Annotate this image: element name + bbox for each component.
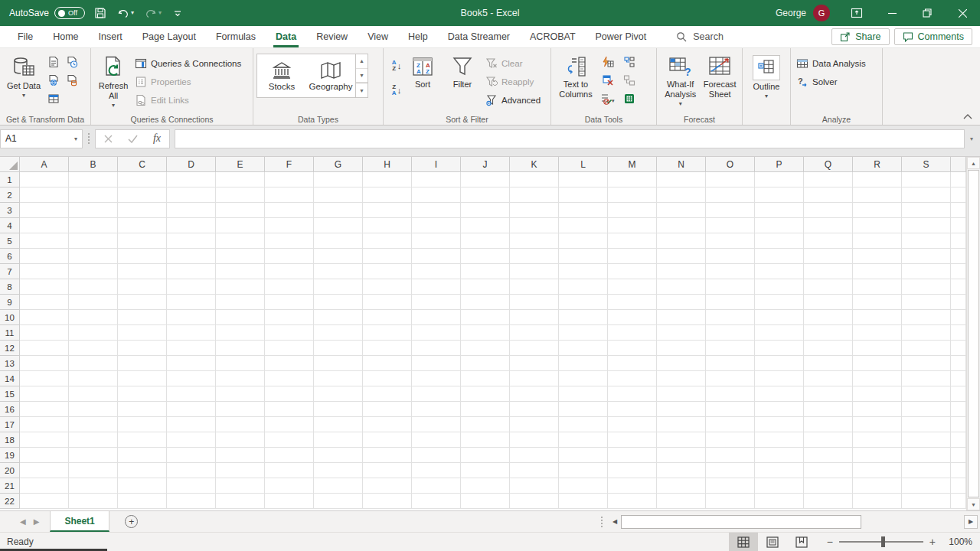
grid-cell-O11[interactable] — [706, 325, 755, 341]
grid-cell-H11[interactable] — [363, 325, 412, 341]
row-header-13[interactable]: 13 — [0, 356, 20, 371]
grid-cell-C6[interactable] — [118, 249, 167, 264]
grid-cell-N1[interactable] — [657, 172, 706, 187]
from-web-button[interactable] — [44, 71, 63, 90]
grid-cell-G17[interactable] — [314, 417, 363, 432]
grid-cell-J14[interactable] — [461, 371, 510, 386]
grid-cell-H2[interactable] — [363, 187, 412, 203]
sheet-tab-sheet1[interactable]: Sheet1 — [50, 511, 109, 532]
grid-cell-P7[interactable] — [755, 264, 804, 279]
autosave-toggle[interactable]: AutoSave Off — [9, 7, 85, 19]
grid-cell-P5[interactable] — [755, 233, 804, 249]
new-sheet-button[interactable]: + — [125, 515, 138, 528]
grid-cell-O5[interactable] — [706, 233, 755, 249]
grid-cell-R15[interactable] — [853, 386, 902, 402]
grid-cell-G13[interactable] — [314, 356, 363, 371]
grid-cell-S11[interactable] — [902, 325, 951, 341]
flash-fill-button[interactable] — [597, 53, 619, 71]
sheet-nav-right-icon[interactable]: ▶ — [34, 517, 40, 526]
recent-sources-button[interactable] — [63, 53, 81, 71]
grid-cell-G9[interactable] — [314, 295, 363, 310]
grid-cell-I9[interactable] — [412, 295, 461, 310]
comments-button[interactable]: Comments — [894, 28, 972, 45]
grid-cell-L8[interactable] — [559, 279, 608, 295]
grid-cell-O3[interactable] — [706, 203, 755, 218]
grid-cell-partial-7[interactable] — [951, 264, 966, 279]
column-header-M[interactable]: M — [608, 157, 657, 172]
grid-cell-B9[interactable] — [69, 295, 118, 310]
grid-cell-G19[interactable] — [314, 448, 363, 463]
from-table-range-button[interactable] — [44, 90, 63, 108]
grid-cell-P20[interactable] — [755, 463, 804, 478]
grid-cell-J9[interactable] — [461, 295, 510, 310]
row-header-22[interactable]: 22 — [0, 494, 20, 509]
row-header-3[interactable]: 3 — [0, 203, 20, 218]
grid-cell-N5[interactable] — [657, 233, 706, 249]
close-button[interactable] — [945, 0, 980, 26]
grid-cell-partial-8[interactable] — [951, 279, 966, 295]
grid-cell-E13[interactable] — [216, 356, 265, 371]
grid-cell-K15[interactable] — [510, 386, 559, 402]
text-to-columns-button[interactable]: Text to Columns — [554, 51, 597, 113]
grid-cell-E17[interactable] — [216, 417, 265, 432]
grid-cell-partial-21[interactable] — [951, 478, 966, 494]
grid-cell-K7[interactable] — [510, 264, 559, 279]
grid-cell-B19[interactable] — [69, 448, 118, 463]
grid-cell-J17[interactable] — [461, 417, 510, 432]
grid-cell-D14[interactable] — [167, 371, 216, 386]
grid-cell-R18[interactable] — [853, 432, 902, 448]
grid-cell-I15[interactable] — [412, 386, 461, 402]
grid-cell-O17[interactable] — [706, 417, 755, 432]
grid-cell-N13[interactable] — [657, 356, 706, 371]
grid-cell-E6[interactable] — [216, 249, 265, 264]
grid-cell-B10[interactable] — [69, 310, 118, 325]
grid-cell-Q20[interactable] — [804, 463, 853, 478]
grid-cell-E19[interactable] — [216, 448, 265, 463]
grid-cell-H3[interactable] — [363, 203, 412, 218]
grid-cell-partial-17[interactable] — [951, 417, 966, 432]
grid-cell-A12[interactable] — [20, 341, 69, 356]
grid-cell-J8[interactable] — [461, 279, 510, 295]
grid-cell-E12[interactable] — [216, 341, 265, 356]
grid-cell-N19[interactable] — [657, 448, 706, 463]
grid-cell-A16[interactable] — [20, 402, 69, 417]
grid-cell-M12[interactable] — [608, 341, 657, 356]
grid-cell-G18[interactable] — [314, 432, 363, 448]
grid-cell-H21[interactable] — [363, 478, 412, 494]
grid-cell-J20[interactable] — [461, 463, 510, 478]
grid-cell-L14[interactable] — [559, 371, 608, 386]
grid-cell-P9[interactable] — [755, 295, 804, 310]
grid-cell-Q4[interactable] — [804, 218, 853, 233]
grid-cell-I1[interactable] — [412, 172, 461, 187]
grid-cell-N16[interactable] — [657, 402, 706, 417]
grid-cell-S12[interactable] — [902, 341, 951, 356]
grid-cell-K4[interactable] — [510, 218, 559, 233]
grid-cell-B7[interactable] — [69, 264, 118, 279]
grid-cell-I12[interactable] — [412, 341, 461, 356]
grid-cell-J18[interactable] — [461, 432, 510, 448]
zoom-slider[interactable] — [839, 541, 923, 543]
grid-cell-L17[interactable] — [559, 417, 608, 432]
grid-cell-M18[interactable] — [608, 432, 657, 448]
grid-cell-A2[interactable] — [20, 187, 69, 203]
grid-cell-C9[interactable] — [118, 295, 167, 310]
grid-cell-O16[interactable] — [706, 402, 755, 417]
row-header-19[interactable]: 19 — [0, 448, 20, 463]
scrollbar-resize-grip[interactable] — [601, 511, 603, 532]
grid-cell-C8[interactable] — [118, 279, 167, 295]
grid-cell-S20[interactable] — [902, 463, 951, 478]
grid-cell-E18[interactable] — [216, 432, 265, 448]
grid-cell-B8[interactable] — [69, 279, 118, 295]
row-header-10[interactable]: 10 — [0, 310, 20, 325]
grid-cell-G21[interactable] — [314, 478, 363, 494]
grid-cell-Q17[interactable] — [804, 417, 853, 432]
grid-cell-O1[interactable] — [706, 172, 755, 187]
forecast-sheet-button[interactable]: Forecast Sheet — [701, 51, 739, 113]
grid-cell-P21[interactable] — [755, 478, 804, 494]
grid-cell-L16[interactable] — [559, 402, 608, 417]
grid-cell-R11[interactable] — [853, 325, 902, 341]
column-header-N[interactable]: N — [657, 157, 706, 172]
tab-view[interactable]: View — [358, 26, 398, 47]
grid-cell-K3[interactable] — [510, 203, 559, 218]
sort-descending-button[interactable]: ZA↓ — [387, 81, 407, 99]
